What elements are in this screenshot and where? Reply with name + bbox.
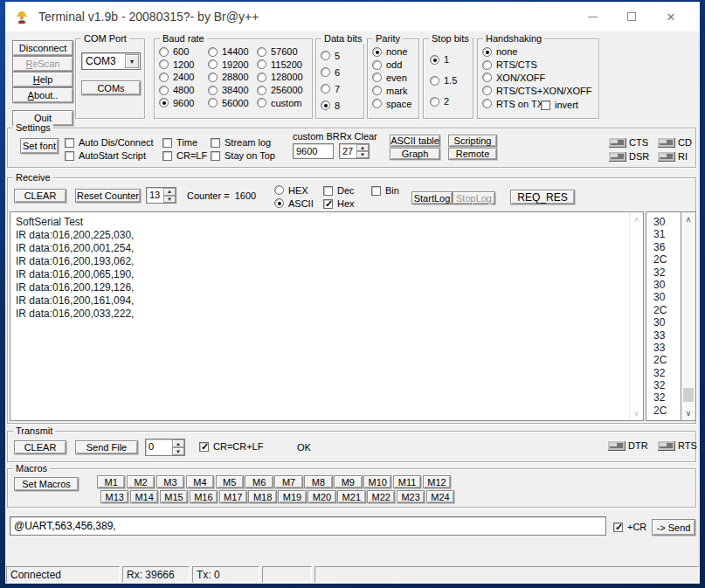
set-macros-button[interactable]: Set Macros	[14, 477, 79, 491]
radio-14400[interactable]: 14400	[208, 45, 257, 59]
radio-custom[interactable]: custom	[257, 96, 308, 109]
help-button[interactable]: Help	[12, 72, 73, 87]
radio-2[interactable]: 2	[430, 91, 457, 112]
radio-even[interactable]: even	[372, 72, 411, 85]
macro-button-m4[interactable]: M4	[186, 475, 214, 488]
receive-clear-button[interactable]: CLEAR	[14, 189, 66, 203]
scroll-up-icon[interactable]: ∧	[630, 215, 643, 224]
radio-600[interactable]: 600	[159, 45, 208, 59]
radio-rts-cts-xon-xoff[interactable]: RTS/CTS+XON/XOFF	[482, 84, 592, 97]
radio-hex[interactable]: HEX	[274, 183, 314, 197]
macro-button-m20[interactable]: M20	[308, 490, 335, 503]
chevron-down-icon[interactable]: ▼	[125, 54, 139, 68]
remote-button[interactable]: Remote	[448, 148, 497, 160]
macro-button-m5[interactable]: M5	[216, 475, 244, 488]
macro-button-m11[interactable]: M11	[393, 475, 421, 488]
scroll-down-icon[interactable]: ∨	[681, 409, 695, 418]
stoplog-button[interactable]: StopLog	[453, 191, 495, 204]
macro-button-m17[interactable]: M17	[219, 490, 247, 503]
coms-button[interactable]: COMs	[81, 80, 141, 95]
radio-38400[interactable]: 38400	[208, 84, 257, 97]
radio-ascii[interactable]: ASCII	[274, 197, 314, 210]
macro-button-m16[interactable]: M16	[190, 490, 218, 503]
transmit-spinner[interactable]: 0 ▲ ▼	[145, 439, 185, 456]
scroll-up-icon[interactable]: ∧	[681, 215, 695, 224]
radio-128000[interactable]: 128000	[257, 71, 308, 84]
com-port-select[interactable]: COM3 ▼	[81, 52, 141, 70]
send-input[interactable]	[10, 516, 606, 536]
bin-checkbox[interactable]: Bin	[371, 185, 399, 196]
maximize-icon[interactable]	[612, 2, 651, 31]
radio-1.5[interactable]: 1.5	[430, 70, 457, 91]
send-file-button[interactable]: Send File	[75, 440, 138, 454]
send-button[interactable]: -> Send	[652, 519, 695, 536]
macro-button-m23[interactable]: M23	[397, 490, 425, 503]
macro-button-m24[interactable]: M24	[426, 490, 454, 503]
ascii-table-button[interactable]: ASCII table	[390, 135, 440, 147]
hex-scrollbar[interactable]: ∧ ∨	[681, 211, 696, 421]
radio-6[interactable]: 6	[321, 64, 340, 80]
minimize-icon[interactable]	[573, 2, 612, 31]
time-checkbox[interactable]: Time	[162, 137, 197, 148]
radio-1200[interactable]: 1200	[159, 59, 208, 72]
radio-19200[interactable]: 19200	[208, 59, 257, 72]
receive-spinner[interactable]: 13 ▲ ▼	[146, 187, 176, 204]
radio-56000[interactable]: 56000	[208, 96, 257, 109]
auto-connect-checkbox[interactable]: Auto Dis/Connect	[65, 137, 154, 148]
macro-button-m15[interactable]: M15	[160, 490, 188, 503]
radio-28800[interactable]: 28800	[208, 71, 257, 84]
radio-9600[interactable]: 9600	[159, 96, 208, 109]
set-font-button[interactable]: Set font	[20, 138, 59, 154]
scripting-button[interactable]: Scripting	[448, 135, 497, 147]
hex-column[interactable]: 3031362C3230302C3033332C3232322C	[646, 211, 681, 421]
macro-button-m13[interactable]: M13	[100, 490, 128, 503]
spin-down-icon[interactable]: ▼	[163, 196, 176, 204]
startlog-button[interactable]: StartLog	[411, 191, 453, 204]
reset-counter-button[interactable]: Reset Counter	[75, 189, 141, 203]
dec-checkbox[interactable]: Dec	[323, 185, 355, 196]
macro-button-m9[interactable]: M9	[334, 475, 362, 488]
receive-scrollbar[interactable]: ∧ ∨	[629, 212, 643, 420]
radio-space[interactable]: space	[372, 97, 411, 110]
radio-57600[interactable]: 57600	[257, 45, 308, 59]
radio-odd[interactable]: odd	[372, 59, 411, 72]
macro-button-m21[interactable]: M21	[337, 490, 365, 503]
macro-button-m7[interactable]: M7	[274, 475, 302, 488]
macro-button-m19[interactable]: M19	[278, 490, 306, 503]
graph-button[interactable]: Graph	[390, 148, 440, 160]
plus-cr-checkbox[interactable]: +CR	[613, 522, 646, 532]
macro-button-m10[interactable]: M10	[363, 475, 391, 488]
macro-button-m18[interactable]: M18	[248, 490, 276, 503]
spin-down-icon[interactable]: ▼	[356, 151, 369, 158]
radio-7[interactable]: 7	[321, 80, 340, 97]
spin-down-icon[interactable]: ▼	[172, 447, 184, 455]
radio-256000[interactable]: 256000	[257, 84, 308, 97]
custom-br-field[interactable]	[293, 143, 334, 159]
spin-up-icon[interactable]: ▲	[172, 439, 184, 447]
radio-2400[interactable]: 2400	[159, 71, 208, 84]
macro-button-m2[interactable]: M2	[127, 475, 155, 488]
macro-button-m12[interactable]: M12	[423, 475, 451, 488]
radio-4800[interactable]: 4800	[159, 84, 208, 97]
macro-button-m1[interactable]: M1	[97, 475, 125, 488]
macro-button-m14[interactable]: M14	[130, 490, 158, 503]
radio-1[interactable]: 1	[430, 49, 457, 70]
macro-button-m22[interactable]: M22	[367, 490, 395, 503]
macro-button-m6[interactable]: M6	[245, 475, 273, 488]
radio-xon-xoff[interactable]: XON/XOFF	[482, 72, 592, 85]
close-icon[interactable]: ✕	[652, 2, 690, 31]
about-button[interactable]: About..	[12, 87, 73, 103]
radio-none[interactable]: none	[482, 45, 592, 59]
rescan-button[interactable]: ReScan	[12, 56, 73, 72]
spin-up-icon[interactable]: ▲	[163, 188, 176, 196]
radio-8[interactable]: 8	[321, 97, 340, 114]
radio-rts-cts[interactable]: RTS/CTS	[482, 59, 592, 72]
transmit-clear-button[interactable]: CLEAR	[14, 440, 66, 454]
req-res-button[interactable]: REQ_RES	[510, 190, 575, 204]
cr-lf-checkbox[interactable]: CR=LF	[162, 150, 207, 161]
scroll-down-icon[interactable]: ∨	[630, 409, 643, 418]
invert-checkbox[interactable]: invert	[541, 100, 578, 110]
receive-terminal[interactable]: SoftSerial TestIR data:016,200,225,030,I…	[10, 211, 644, 421]
autostart-checkbox[interactable]: AutoStart Script	[65, 150, 146, 161]
stay-on-top-checkbox[interactable]: Stay on Top	[211, 150, 275, 161]
